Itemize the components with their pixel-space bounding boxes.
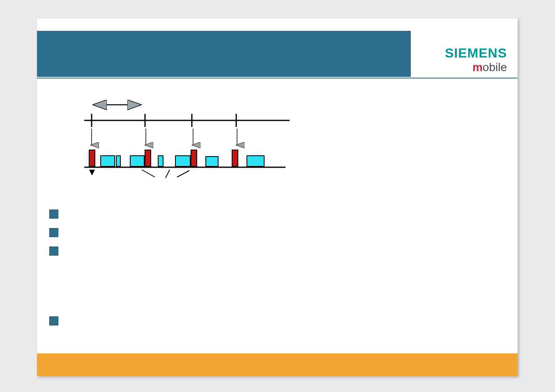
svg-rect-22 xyxy=(232,150,238,166)
logo-m: m xyxy=(472,61,483,74)
bullet-4 xyxy=(49,316,58,325)
svg-line-24 xyxy=(142,170,155,177)
svg-rect-21 xyxy=(206,157,218,166)
content xyxy=(45,86,509,349)
svg-rect-14 xyxy=(101,156,115,166)
svg-rect-15 xyxy=(116,156,120,166)
logo: SIEMENS mobile xyxy=(425,46,507,74)
slide: SIEMENS mobile xyxy=(37,18,518,376)
svg-line-26 xyxy=(177,171,189,177)
svg-rect-13 xyxy=(89,150,95,166)
logo-line1: SIEMENS xyxy=(425,46,507,61)
svg-rect-19 xyxy=(175,156,190,166)
bullet-2 xyxy=(49,228,58,237)
timing-diagram xyxy=(84,97,339,195)
footer-bar xyxy=(37,353,518,376)
logo-line2: mobile xyxy=(425,61,507,74)
bullet-3 xyxy=(49,247,58,256)
diagram-svg xyxy=(84,97,339,195)
svg-rect-16 xyxy=(130,156,144,166)
header: SIEMENS mobile xyxy=(37,31,518,84)
bullet-1 xyxy=(49,210,58,219)
svg-rect-23 xyxy=(247,156,264,166)
logo-mobile: obile xyxy=(483,61,507,74)
header-title-area xyxy=(37,31,411,77)
svg-rect-20 xyxy=(191,150,197,166)
header-logo-area: SIEMENS mobile xyxy=(411,31,518,77)
svg-line-25 xyxy=(166,170,170,178)
svg-rect-17 xyxy=(145,150,151,166)
svg-rect-18 xyxy=(158,156,163,166)
header-rule xyxy=(37,78,518,78)
